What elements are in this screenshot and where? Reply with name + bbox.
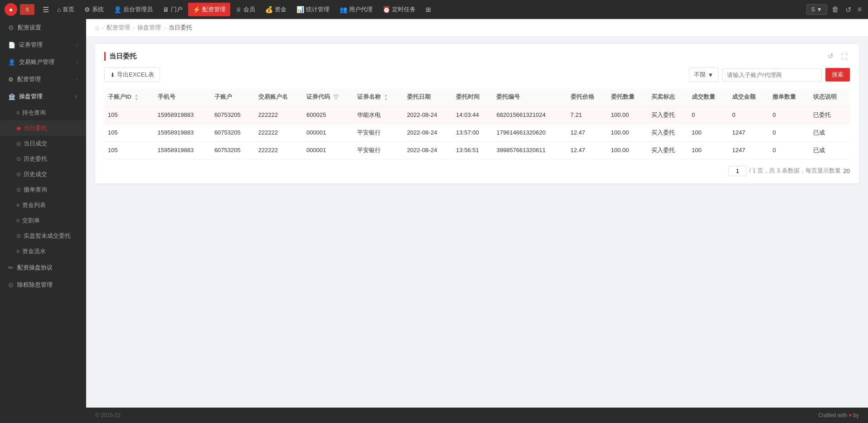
breadcrumb-ops[interactable]: 操盘管理 (137, 24, 161, 32)
cell-entrust-qty: 100.00 (607, 124, 648, 141)
sidebar-sub-history-deals[interactable]: ⊙ 历史成交 (0, 167, 86, 182)
cell-trading-account-name: 222222 (255, 106, 303, 124)
nav-home[interactable]: ⌂ 首页 (53, 3, 79, 16)
cell-buy-sell-flag: 买入委托 (648, 124, 688, 141)
cell-cancel-qty: 0 (769, 106, 809, 124)
filter-dropdown[interactable]: 不限 ▼ (689, 67, 718, 82)
nav-member[interactable]: ♕ 会员 (231, 3, 260, 16)
refresh-button[interactable]: ↺ (825, 51, 836, 61)
nav-portal[interactable]: 🖥 门户 (158, 3, 187, 16)
sidebar-sub-today-orders[interactable]: ◉ 当日委托 (0, 120, 86, 136)
cell-entrust-no: 399857661320611 (493, 141, 567, 159)
nav-stats[interactable]: 📊 统计管理 (292, 3, 334, 16)
sidebar-item-securities-mgmt[interactable]: 📄 证券管理 › (0, 36, 86, 53)
page-number-input[interactable] (728, 166, 747, 176)
pagination-info: / 1 页，共 3 条数据，每页显示数量 (749, 167, 841, 175)
history-orders-icon: ⊙ (16, 156, 21, 162)
cell-entrust-no: 179614661320620 (493, 124, 567, 141)
nav-task[interactable]: ⏰ 定时任务 (378, 3, 420, 16)
task-icon: ⏰ (383, 6, 390, 13)
cell-sub-account: 60753205 (211, 141, 255, 159)
col-sub-account-id[interactable]: 子账户ID ▲▼ (104, 88, 154, 106)
sidebar-sub-holding-query[interactable]: ≡ 持仓查询 (0, 105, 86, 120)
top-navbar: ● S ☰ ⌂ 首页 ⚙ 系统 👤 后台管理员 🖥 门户 ⚡ 配资管理 ♕ 会员… (0, 0, 868, 19)
table-row: 105 15958919883 60753205 222222 000001 平… (104, 124, 850, 141)
page-card: 当日委托 ↺ ⛶ ⬇ 导出EXCEL表 (95, 44, 859, 183)
restore-button[interactable]: ↺ (844, 4, 853, 16)
col-phone: 手机号 (154, 88, 211, 106)
col-security-code[interactable]: 证券代码 ▽ (303, 88, 354, 106)
cell-entrust-time: 13:56:51 (452, 141, 493, 159)
col-entrust-time: 委托时间 (452, 88, 493, 106)
main-layout: ⚙ 配资设置 📄 证券管理 › 👤 交易账户管理 › ⚙ 配资管理 › (0, 19, 868, 423)
trading-account-icon: 👤 (8, 59, 15, 66)
sidebar-item-margin-settings[interactable]: ⚙ 配资设置 (0, 19, 86, 36)
member-icon: ♕ (236, 6, 242, 13)
sidebar-sub-trades[interactable]: ≡ 交割单 (0, 213, 86, 228)
nav-menu-button[interactable]: ≡ (856, 4, 863, 15)
breadcrumb: ⌂ › 配资管理 › 操盘管理 › 当日委托 (86, 19, 868, 37)
cell-sub-account: 60753205 (211, 106, 255, 124)
cell-entrust-date: 2022-08-24 (403, 106, 452, 124)
cell-security-name: 平安银行 (354, 124, 403, 141)
nav-admin[interactable]: 👤 后台管理员 (109, 3, 157, 16)
ex-rights-icon: ⊙ (8, 281, 14, 288)
col-entrust-no: 委托编号 (493, 88, 567, 106)
table-row: 105 15958919883 60753205 222222 600025 华… (104, 106, 850, 124)
footer: © 2015-22 Crafted with ♥ by (86, 408, 868, 423)
crafted-text: Crafted with ♥ by (818, 412, 859, 418)
pagination-bar: / 1 页，共 3 条数据，每页显示数量 20 (104, 166, 850, 176)
cell-security-code: 000001 (303, 124, 354, 141)
fullscreen-button[interactable]: ⛶ (839, 51, 850, 61)
sidebar-item-trading-account-mgmt[interactable]: 👤 交易账户管理 › (0, 53, 86, 71)
cell-deal-amount: 1247 (728, 124, 769, 141)
breadcrumb-home-icon: ⌂ (95, 24, 99, 31)
export-excel-button[interactable]: ⬇ 导出EXCEL表 (104, 67, 160, 82)
cell-phone: 15958919883 (154, 141, 211, 159)
sidebar-item-ex-rights-mgmt[interactable]: ⊙ 除权除息管理 (0, 276, 86, 293)
search-input[interactable] (722, 68, 822, 82)
cell-cancel-qty: 0 (769, 124, 809, 141)
chevron-down-icon: ∨ (74, 94, 78, 100)
grid-icon: ⊞ (426, 6, 431, 13)
nav-agent[interactable]: 👥 用户代理 (335, 3, 377, 16)
trades-icon: ≡ (16, 217, 19, 224)
cell-security-name: 华能水电 (354, 106, 403, 124)
menu-toggle-button[interactable]: ☰ (40, 4, 52, 16)
sidebar-item-margin-ops-agreement[interactable]: ✏ 配资操盘协议 (0, 259, 86, 276)
cell-deal-amount: 1247 (728, 141, 769, 159)
nav-fund[interactable]: 💰 资金 (261, 3, 291, 16)
page-title: 当日委托 (104, 52, 136, 61)
cell-security-code: 000001 (303, 141, 354, 159)
sidebar-item-ops-mgmt[interactable]: 🏦 操盘管理 ∨ (0, 88, 86, 105)
page-card-header: 当日委托 ↺ ⛶ (104, 51, 850, 61)
cell-deal-amount: 0 (728, 106, 769, 124)
nav-margin[interactable]: ⚡ 配资管理 (188, 3, 230, 16)
sidebar-sub-fund-list[interactable]: ≡ 资金列表 (0, 197, 86, 213)
nav-grid[interactable]: ⊞ (421, 3, 436, 16)
sidebar-sub-pending-orders[interactable]: ⊙ 实盘暂未成交委托 (0, 228, 86, 244)
chevron-right-icon3: › (76, 77, 78, 82)
nav-system[interactable]: ⚙ 系统 (80, 3, 108, 16)
toolbar-left: ⬇ 导出EXCEL表 (104, 67, 160, 82)
data-table: 子账户ID ▲▼ 手机号 子账户 交易账户名 证券代码 ▽ 证券名称 (104, 88, 850, 159)
cell-deal-qty: 100 (688, 124, 728, 141)
today-orders-icon: ◉ (16, 125, 21, 131)
cell-entrust-no: 682015661321024 (493, 106, 567, 124)
col-deal-qty: 成交数量 (688, 88, 728, 106)
agreement-icon: ✏ (8, 264, 14, 271)
cell-sub-account-id: 105 (104, 124, 154, 141)
search-button[interactable]: 搜索 (825, 68, 850, 82)
agent-icon: 👥 (339, 6, 347, 13)
user-dropdown-button[interactable]: S ▼ (806, 4, 827, 15)
sidebar-sub-fund-flow[interactable]: ≡ 资金流水 (0, 244, 86, 259)
cell-entrust-qty: 100.00 (607, 141, 648, 159)
col-security-name[interactable]: 证券名称 ▲▼ (354, 88, 403, 106)
sidebar-sub-history-orders[interactable]: ⊙ 历史委托 (0, 151, 86, 167)
delete-button[interactable]: 🗑 (830, 4, 841, 15)
sidebar-sub-cancel-query[interactable]: ⊙ 撤单查询 (0, 182, 86, 197)
sidebar-sub-today-deals[interactable]: ◎ 当日成交 (0, 136, 86, 151)
cell-deal-qty: 100 (688, 141, 728, 159)
breadcrumb-margin[interactable]: 配资管理 (107, 24, 130, 32)
sidebar-item-margin-mgmt[interactable]: ⚙ 配资管理 › (0, 71, 86, 88)
